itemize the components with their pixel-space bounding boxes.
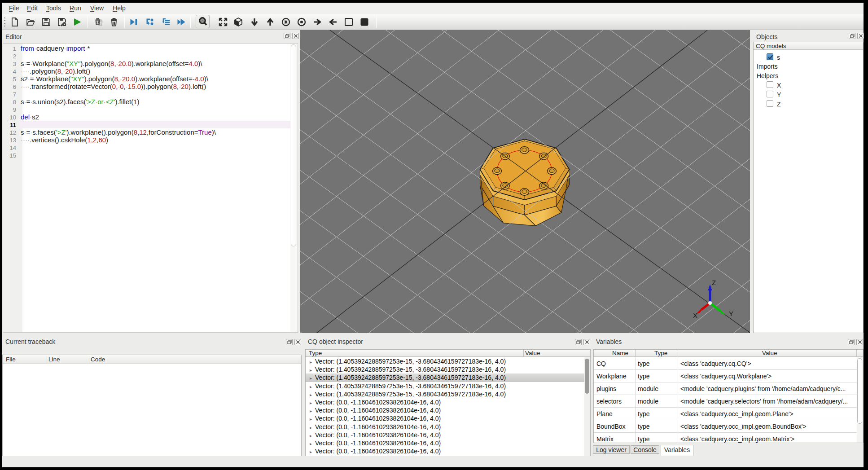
- svg-text:Y: Y: [729, 310, 733, 317]
- svg-text:Z: Z: [712, 279, 716, 286]
- svg-text:X: X: [693, 312, 697, 319]
